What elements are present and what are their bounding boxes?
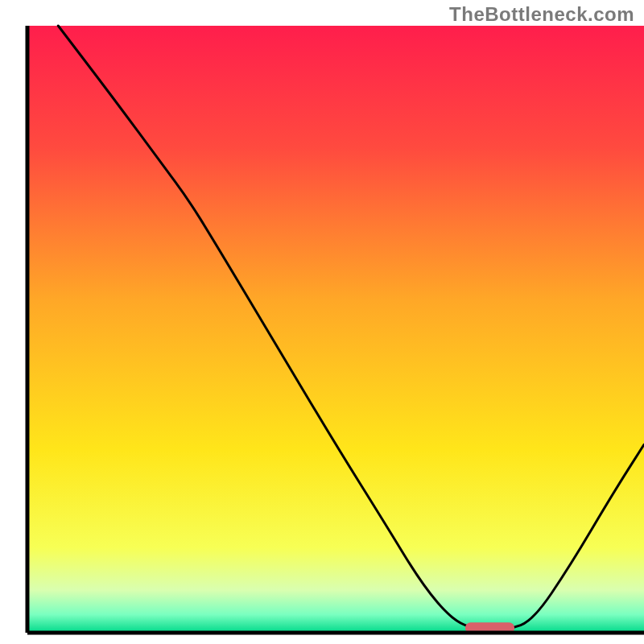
bottleneck-chart: TheBottleneck.com <box>0 0 644 644</box>
plot-background <box>27 26 644 633</box>
watermark-text: TheBottleneck.com <box>449 3 634 26</box>
plot-area <box>27 26 644 634</box>
chart-svg <box>0 0 644 644</box>
